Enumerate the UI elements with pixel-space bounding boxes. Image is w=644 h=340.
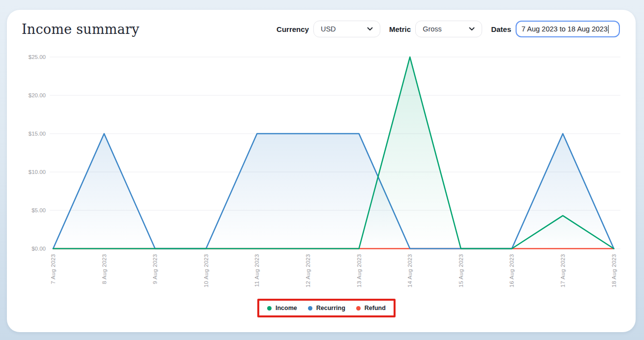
legend-item-income[interactable]: Income	[267, 305, 297, 312]
y-axis-label: $10.00	[29, 169, 46, 175]
dates-value: 7 Aug 2023 to 18 Aug 2023	[521, 25, 608, 33]
metric-value: Gross	[423, 25, 442, 33]
currency-label: Currency	[276, 25, 309, 33]
legend-highlight-box: IncomeRecurringRefund	[257, 299, 396, 317]
metric-label: Metric	[389, 25, 411, 33]
x-axis-label: 16 Aug 2023	[509, 254, 515, 287]
y-axis-label: $20.00	[29, 92, 46, 98]
legend-item-refund[interactable]: Refund	[356, 305, 386, 312]
metric-select[interactable]: Gross	[415, 21, 482, 37]
x-axis-label: 18 Aug 2023	[611, 254, 617, 287]
currency-select[interactable]: USD	[313, 21, 380, 37]
legend-dot-icon	[356, 306, 361, 311]
dates-label: Dates	[491, 25, 511, 33]
x-axis-label: 14 Aug 2023	[407, 254, 413, 287]
metric-control: Metric Gross	[389, 21, 482, 37]
page-title: Income summary	[22, 22, 139, 37]
y-axis-label: $0.00	[31, 246, 46, 252]
legend-label: Recurring	[316, 305, 345, 312]
chevron-down-icon	[367, 27, 373, 31]
legend-label: Income	[276, 305, 297, 312]
y-axis-label: $25.00	[29, 54, 46, 60]
chart-legend: IncomeRecurringRefund	[259, 301, 394, 315]
x-axis-label: 9 Aug 2023	[152, 254, 158, 284]
income-summary-card: Income summary Currency USD Metric Gross	[7, 10, 636, 332]
dates-input[interactable]: 7 Aug 2023 to 18 Aug 2023	[516, 21, 620, 37]
y-axis-label: $5.00	[31, 207, 46, 213]
currency-control: Currency USD	[276, 21, 380, 37]
x-axis-label: 17 Aug 2023	[560, 254, 566, 287]
card-header: Income summary Currency USD Metric Gross	[7, 10, 636, 37]
x-axis-label: 13 Aug 2023	[356, 254, 362, 287]
series-recurring	[53, 134, 614, 249]
x-axis-label: 10 Aug 2023	[203, 254, 209, 287]
legend-label: Refund	[365, 305, 386, 312]
x-axis-label: 7 Aug 2023	[50, 254, 56, 284]
legend-dot-icon	[267, 306, 272, 311]
x-axis-labels: 7 Aug 20238 Aug 20239 Aug 202310 Aug 202…	[50, 254, 617, 287]
currency-value: USD	[321, 25, 336, 33]
dates-control: Dates 7 Aug 2023 to 18 Aug 2023	[491, 21, 620, 37]
text-cursor	[608, 25, 609, 33]
chevron-down-icon	[469, 27, 475, 31]
x-axis-label: 8 Aug 2023	[101, 254, 107, 284]
x-axis-label: 11 Aug 2023	[254, 254, 260, 287]
chart-controls: Currency USD Metric Gross Da	[276, 21, 620, 37]
legend-dot-icon	[308, 306, 312, 311]
x-axis-label: 15 Aug 2023	[458, 254, 464, 287]
y-axis-label: $15.00	[29, 131, 46, 137]
income-chart: $0.00$5.00$10.00$15.00$20.00$25.007 Aug …	[7, 10, 636, 332]
x-axis-label: 12 Aug 2023	[305, 254, 311, 287]
legend-item-recurring[interactable]: Recurring	[308, 305, 345, 312]
